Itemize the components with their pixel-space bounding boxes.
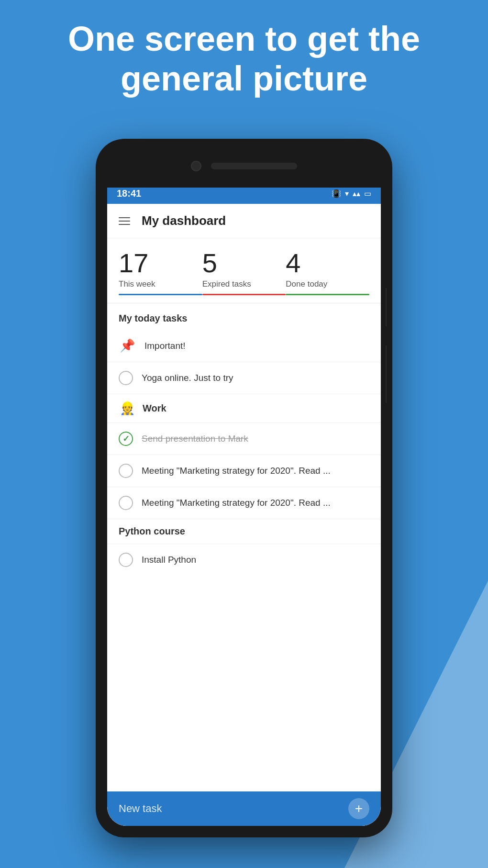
task-checkbox-yoga[interactable]	[119, 371, 133, 385]
python-category-label: Python course	[119, 526, 185, 537]
menu-button[interactable]	[119, 217, 130, 225]
status-time: 18:41	[117, 188, 141, 199]
this-week-number: 17	[119, 250, 148, 277]
task-text: Meeting "Marketing strategy for 2020". R…	[142, 466, 369, 476]
done-today-underline	[286, 294, 369, 295]
signal-icon: ▴▴	[353, 189, 360, 198]
work-category-icon: 👷	[119, 401, 136, 416]
task-checkbox-install-python[interactable]	[119, 553, 133, 567]
volume-button-down[interactable]	[386, 345, 387, 403]
status-icons: 📳 ▾ ▴▴ ▭	[332, 189, 371, 198]
done-today-label: Done today	[286, 279, 327, 289]
phone-shell: 18:41 📳 ▾ ▴▴ ▭ My dashboard	[96, 139, 392, 837]
stat-this-week[interactable]: 17 This week	[119, 250, 202, 303]
add-task-button[interactable]: +	[348, 798, 369, 819]
wifi-icon: ▾	[345, 189, 349, 198]
important-icon: 📌	[119, 338, 136, 353]
task-item[interactable]: Meeting "Marketing strategy for 2020". R…	[107, 487, 381, 519]
category-row-python: Python course	[107, 519, 381, 544]
app-title: My dashboard	[142, 213, 226, 228]
task-item[interactable]: Install Python	[107, 544, 381, 576]
phone-inner: 18:41 📳 ▾ ▴▴ ▭ My dashboard	[101, 145, 387, 832]
task-item[interactable]: Meeting "Marketing strategy for 2020". R…	[107, 455, 381, 487]
this-week-label: This week	[119, 279, 155, 289]
task-text: Meeting "Marketing strategy for 2020". R…	[142, 498, 369, 508]
task-item[interactable]: Send presentation to Mark	[107, 423, 381, 455]
phone-top-hardware	[101, 145, 387, 188]
stats-row: 17 This week 5 Expired tasks 4 Done toda…	[107, 238, 381, 303]
task-list: My today tasks 📌 Important! Yoga online.…	[107, 303, 381, 791]
front-camera	[191, 161, 201, 171]
stat-expired[interactable]: 5 Expired tasks	[202, 250, 286, 303]
expired-underline	[202, 294, 286, 295]
stat-done-today[interactable]: 4 Done today	[286, 250, 369, 303]
fab-bar: New task +	[107, 791, 381, 826]
task-checkbox-meeting2[interactable]	[119, 496, 133, 510]
app-bar: My dashboard	[107, 204, 381, 238]
task-item[interactable]: Yoga online. Just to try	[107, 362, 381, 394]
expired-number: 5	[202, 250, 217, 277]
task-item[interactable]: 📌 Important!	[107, 330, 381, 362]
task-text: Send presentation to Mark	[142, 434, 369, 444]
task-checkbox-meeting1[interactable]	[119, 464, 133, 478]
phone-screen: 18:41 📳 ▾ ▴▴ ▭ My dashboard	[107, 183, 381, 826]
task-text: Important!	[144, 341, 369, 351]
volume-button-up[interactable]	[386, 288, 387, 326]
task-checkbox-presentation[interactable]	[119, 432, 133, 446]
work-category-label: Work	[143, 403, 166, 414]
this-week-underline	[119, 294, 202, 295]
done-today-number: 4	[286, 250, 300, 277]
phone-speaker	[211, 163, 297, 169]
expired-label: Expired tasks	[202, 279, 251, 289]
hero-text: One screen to get the general picture	[0, 19, 488, 99]
new-task-label: New task	[119, 802, 348, 815]
battery-icon: ▭	[364, 189, 371, 198]
today-tasks-header: My today tasks	[107, 303, 381, 330]
task-text: Install Python	[142, 555, 369, 565]
task-text: Yoga online. Just to try	[142, 373, 369, 383]
category-row-work: 👷 Work	[107, 394, 381, 423]
vibrate-icon: 📳	[332, 189, 341, 198]
